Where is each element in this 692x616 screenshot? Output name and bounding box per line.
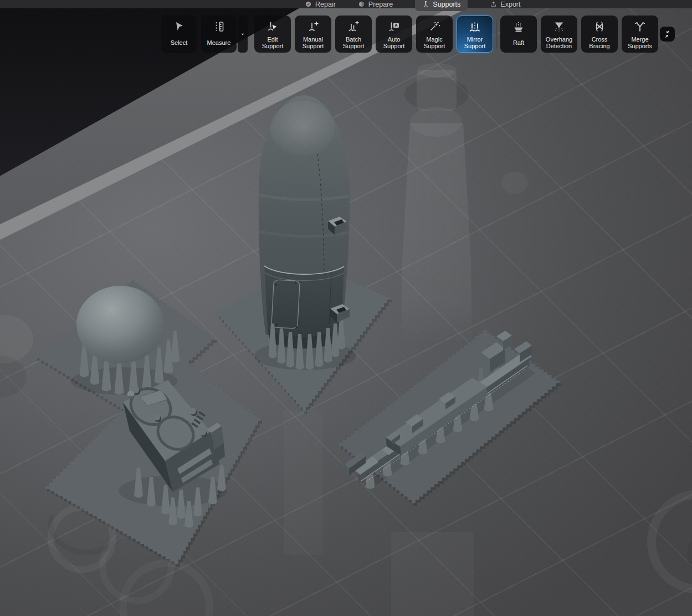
button-label: Select bbox=[171, 39, 188, 47]
mirror-support-icon bbox=[468, 20, 481, 34]
tab-prepare[interactable]: Prepare bbox=[358, 0, 393, 8]
overhang-detection-button[interactable]: OverhangDetection bbox=[541, 16, 577, 53]
edit-support-button[interactable]: EditSupport bbox=[254, 16, 291, 53]
edit-support-icon bbox=[266, 20, 279, 33]
export-icon bbox=[490, 1, 497, 8]
button-label: Cross bbox=[589, 36, 609, 43]
auto-support-button[interactable]: A AutoSupport bbox=[376, 16, 412, 53]
collapse-toolbar-button[interactable] bbox=[660, 27, 675, 42]
tab-supports[interactable]: Supports bbox=[415, 0, 468, 11]
collapse-icon bbox=[663, 29, 672, 39]
raft-button[interactable]: Raft bbox=[500, 16, 537, 53]
magic-support-icon bbox=[428, 20, 441, 33]
manual-support-button[interactable]: ManualSupport bbox=[295, 16, 331, 53]
button-label: Auto bbox=[383, 36, 405, 43]
button-label: Magic bbox=[424, 36, 445, 43]
repair-icon bbox=[305, 1, 312, 8]
merge-supports-button[interactable]: MergeSupports bbox=[622, 16, 658, 53]
edit-support-icon bbox=[266, 18, 279, 35]
toolbar-separator bbox=[496, 20, 497, 48]
manual-support-icon bbox=[306, 20, 320, 33]
button-label: Supports bbox=[628, 43, 652, 50]
supports-icon bbox=[422, 1, 429, 8]
button-label: Measure bbox=[207, 39, 231, 47]
measure-button[interactable]: Measure bbox=[201, 16, 237, 53]
export-icon bbox=[490, 1, 497, 8]
prepare-icon bbox=[358, 1, 365, 8]
mirror-support-button[interactable]: MirrorSupport bbox=[457, 16, 493, 53]
button-label: Raft bbox=[513, 39, 524, 47]
tab-repair[interactable]: Repair bbox=[305, 0, 336, 8]
auto-support-icon: A bbox=[387, 20, 401, 33]
button-label: Support bbox=[424, 43, 445, 50]
merge-supports-icon bbox=[633, 18, 647, 35]
magic-support-button[interactable]: MagicSupport bbox=[416, 16, 453, 53]
batch-support-button[interactable]: BatchSupport bbox=[335, 16, 372, 53]
button-label: Support bbox=[464, 43, 486, 50]
supports-toolbar: Select Measure EditSupport ManualSupport… bbox=[161, 16, 662, 53]
measure-dropdown-button[interactable] bbox=[238, 16, 248, 53]
manual-support-icon bbox=[306, 18, 320, 35]
batch-support-icon bbox=[347, 18, 360, 35]
supports-icon bbox=[422, 1, 429, 8]
button-label: Support bbox=[262, 43, 284, 50]
select-icon bbox=[172, 18, 186, 35]
button-label: Support bbox=[343, 43, 365, 50]
mirror-support-icon bbox=[468, 19, 481, 35]
top-tab-bar: Repair Prepare Supports Export bbox=[0, 0, 692, 8]
chevron-down-icon bbox=[239, 31, 246, 38]
auto-support-icon: A bbox=[387, 18, 401, 35]
cross-bracing-icon bbox=[593, 20, 606, 33]
ghost-cylinder bbox=[391, 63, 474, 616]
overhang-detection-icon bbox=[552, 18, 566, 35]
measure-icon bbox=[212, 20, 225, 33]
batch-support-icon bbox=[347, 20, 360, 33]
tab-label: Supports bbox=[433, 1, 460, 8]
cross-bracing-button[interactable]: CrossBracing bbox=[581, 16, 618, 53]
cross-bracing-icon bbox=[593, 18, 606, 35]
button-label: Mirror bbox=[464, 36, 486, 43]
tab-label: Prepare bbox=[368, 1, 393, 8]
repair-icon bbox=[305, 1, 312, 8]
tab-label: Repair bbox=[315, 1, 336, 8]
button-label: Bracing bbox=[589, 43, 609, 50]
select-icon bbox=[172, 20, 186, 33]
raft-icon bbox=[512, 20, 525, 33]
button-label: Batch bbox=[343, 36, 365, 43]
measure-icon bbox=[212, 18, 225, 35]
viewport-3d[interactable] bbox=[0, 0, 692, 616]
magic-support-icon bbox=[428, 18, 441, 35]
merge-supports-icon bbox=[633, 20, 647, 33]
ghost-ring-bottom-right bbox=[652, 494, 692, 589]
overhang-detection-icon bbox=[552, 20, 566, 33]
prepare-icon bbox=[358, 1, 365, 8]
button-label: Merge bbox=[628, 36, 652, 43]
raft-icon bbox=[512, 18, 525, 35]
svg-text:A: A bbox=[394, 23, 398, 28]
button-label: Edit bbox=[262, 36, 284, 43]
button-label: Overhang bbox=[546, 36, 572, 43]
button-label: Manual bbox=[303, 36, 324, 43]
button-label: Support bbox=[383, 43, 405, 50]
tab-export[interactable]: Export bbox=[490, 0, 520, 8]
bullet-model[interactable] bbox=[254, 95, 356, 370]
button-label: Detection bbox=[546, 43, 572, 50]
button-label: Support bbox=[303, 43, 324, 50]
tab-label: Export bbox=[500, 1, 520, 8]
select-button[interactable]: Select bbox=[161, 16, 197, 53]
mode-tabs: Repair Prepare Supports Export bbox=[305, 0, 520, 8]
